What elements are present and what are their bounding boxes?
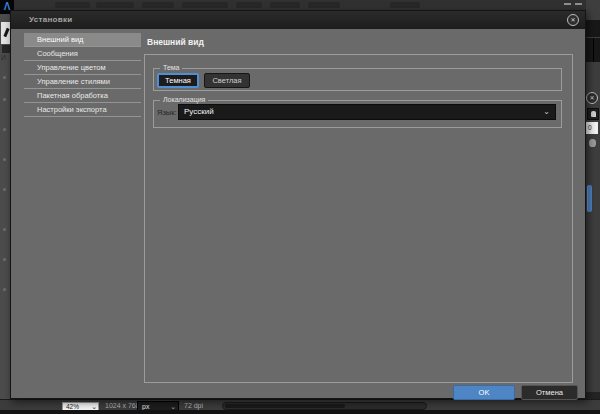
cancel-button[interactable]: Отмена bbox=[521, 385, 578, 400]
panel-close-icon[interactable]: ✕ bbox=[586, 92, 598, 104]
theme-light-button[interactable]: Светлая bbox=[204, 73, 250, 88]
panel-divider bbox=[593, 38, 594, 62]
page-title: Внешний вид bbox=[147, 37, 204, 47]
sidebar-item-style-management[interactable]: Управление стилями bbox=[24, 75, 141, 89]
panel-tool-icon[interactable] bbox=[587, 108, 599, 120]
menubar-fragment bbox=[308, 2, 340, 8]
background-right-panel: ✕ 0 bbox=[586, 0, 600, 414]
horizontal-scrollbar-thumb[interactable] bbox=[225, 404, 345, 408]
panel-value-spinner[interactable]: 0 bbox=[586, 122, 598, 134]
dialog-title: Установки bbox=[29, 15, 73, 24]
tool-icon bbox=[3, 76, 6, 79]
menubar-fragment bbox=[236, 2, 262, 8]
theme-dark-button[interactable]: Темная bbox=[157, 73, 199, 88]
theme-group-label: Тема bbox=[160, 64, 182, 71]
dialog-close-icon[interactable]: ✕ bbox=[567, 14, 579, 26]
menubar-fragment bbox=[142, 2, 174, 8]
menubar-fragment bbox=[96, 2, 134, 8]
ok-button[interactable]: OK bbox=[453, 385, 515, 400]
menubar-fragment bbox=[390, 2, 420, 8]
tool-icon bbox=[3, 158, 6, 161]
tool-icon bbox=[3, 228, 6, 231]
background-panel-label: И bbox=[1, 54, 6, 61]
tool-icon bbox=[3, 258, 6, 261]
sidebar-item-appearance[interactable]: Внешний вид bbox=[24, 33, 141, 47]
sidebar-item-messages[interactable]: Сообщения bbox=[24, 47, 141, 61]
document-size-label: 1024 x 768 bbox=[105, 402, 140, 409]
sidebar-item-color-management[interactable]: Управление цветом bbox=[24, 61, 141, 75]
menubar-fragment bbox=[270, 2, 300, 8]
settings-nav: Внешний вид Сообщения Управление цветом … bbox=[24, 33, 141, 117]
panel-scrollbar-thumb[interactable] bbox=[587, 185, 592, 212]
menubar-fragment bbox=[182, 2, 228, 8]
window-minimize-icon[interactable] bbox=[564, 3, 571, 5]
language-value: Русский bbox=[184, 107, 214, 116]
sidebar-item-batch-processing[interactable]: Пакетная обработка bbox=[24, 89, 141, 103]
chevron-down-icon: ⌄ bbox=[543, 106, 550, 118]
language-dropdown[interactable]: Русский ⌄ bbox=[178, 104, 556, 120]
tool-icon bbox=[3, 128, 6, 131]
localization-group-label: Локализация bbox=[160, 96, 208, 103]
settings-dialog: Установки ✕ Внешний вид Сообщения Управл… bbox=[10, 10, 586, 399]
tool-icon bbox=[3, 98, 6, 101]
tool-icon bbox=[3, 288, 6, 291]
tool-icon bbox=[3, 188, 6, 191]
language-label: Язык: bbox=[157, 108, 177, 117]
panel-swatch-fragment bbox=[586, 20, 600, 37]
dialog-titlebar[interactable]: Установки ✕ bbox=[11, 11, 585, 29]
dpi-label: 72 dpi bbox=[184, 402, 203, 409]
horizontal-scrollbar[interactable] bbox=[222, 402, 427, 410]
menubar-fragment bbox=[55, 2, 90, 8]
hand-icon bbox=[591, 111, 596, 117]
window-restore-icon[interactable] bbox=[575, 3, 582, 5]
panel-knob-icon bbox=[589, 139, 596, 147]
sidebar-item-export-settings[interactable]: Настройки экспорта bbox=[24, 103, 141, 117]
units-value: px bbox=[142, 403, 149, 410]
zoom-level-value: 42% bbox=[66, 403, 79, 410]
window-bottom-edge bbox=[0, 410, 600, 414]
